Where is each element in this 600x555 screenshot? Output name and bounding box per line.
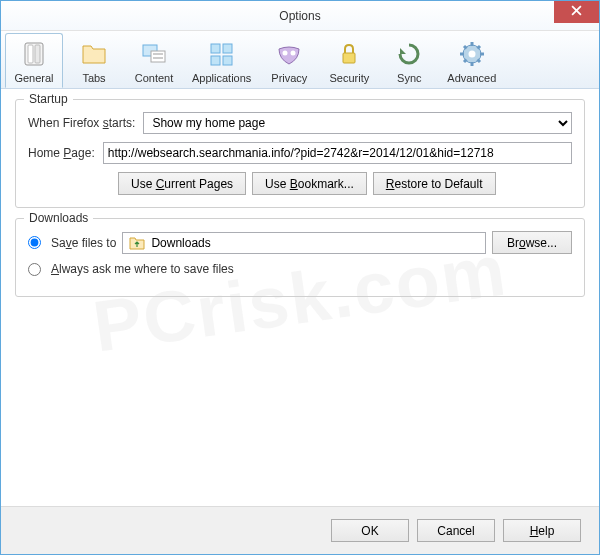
- tab-label: Advanced: [447, 72, 496, 84]
- svg-line-23: [464, 60, 467, 63]
- ok-button[interactable]: OK: [331, 519, 409, 542]
- applications-icon: [206, 38, 238, 70]
- tab-security[interactable]: Security: [320, 33, 378, 88]
- sync-icon: [393, 38, 425, 70]
- svg-rect-5: [153, 53, 163, 55]
- svg-rect-7: [211, 44, 220, 53]
- titlebar: Options: [1, 1, 599, 31]
- content-icon: [138, 38, 170, 70]
- downloads-group: Downloads Save files to Downloads Browse…: [15, 218, 585, 297]
- svg-rect-9: [211, 56, 220, 65]
- startup-group: Startup When Firefox starts: Show my hom…: [15, 99, 585, 208]
- svg-line-20: [464, 46, 467, 49]
- dialog-footer: OK Cancel Help: [1, 506, 599, 554]
- tab-applications[interactable]: Applications: [185, 33, 258, 88]
- tab-label: Security: [329, 72, 369, 84]
- mask-icon: [273, 38, 305, 70]
- svg-point-15: [468, 51, 475, 58]
- downloads-title: Downloads: [24, 211, 93, 225]
- category-toolbar: General Tabs Content Applications Privac…: [1, 31, 599, 89]
- cancel-button[interactable]: Cancel: [417, 519, 495, 542]
- svg-rect-10: [223, 56, 232, 65]
- use-bookmark-button[interactable]: Use Bookmark...: [252, 172, 367, 195]
- svg-point-12: [291, 51, 296, 56]
- options-window: Options General Tabs Content: [0, 0, 600, 555]
- download-path-box[interactable]: Downloads: [122, 232, 486, 254]
- tab-tabs[interactable]: Tabs: [65, 33, 123, 88]
- tab-content[interactable]: Content: [125, 33, 183, 88]
- tab-label: Sync: [397, 72, 421, 84]
- download-path-text: Downloads: [151, 236, 210, 250]
- svg-line-21: [477, 60, 480, 63]
- lock-icon: [333, 38, 365, 70]
- save-files-to-radio[interactable]: [28, 236, 41, 249]
- svg-line-22: [477, 46, 480, 49]
- svg-rect-8: [223, 44, 232, 53]
- folder-icon: [78, 38, 110, 70]
- tab-general[interactable]: General: [5, 33, 63, 88]
- tab-privacy[interactable]: Privacy: [260, 33, 318, 88]
- gear-icon: [456, 38, 488, 70]
- tab-label: Privacy: [271, 72, 307, 84]
- content-area: PCrisk.com Startup When Firefox starts: …: [1, 89, 599, 506]
- browse-button[interactable]: Browse...: [492, 231, 572, 254]
- homepage-input[interactable]: [103, 142, 572, 164]
- svg-rect-2: [35, 45, 40, 63]
- close-icon: [571, 5, 582, 19]
- close-button[interactable]: [554, 1, 599, 23]
- svg-rect-4: [151, 51, 165, 62]
- svg-rect-13: [343, 53, 355, 63]
- tab-label: Applications: [192, 72, 251, 84]
- svg-rect-1: [28, 45, 33, 63]
- restore-default-button[interactable]: Restore to Default: [373, 172, 496, 195]
- folder-small-icon: [129, 236, 145, 250]
- window-title: Options: [279, 9, 320, 23]
- startup-title: Startup: [24, 92, 73, 106]
- save-files-to-label: Save files to: [51, 236, 116, 250]
- when-firefox-starts-label: When Firefox starts:: [28, 116, 135, 130]
- tab-label: Tabs: [82, 72, 105, 84]
- svg-rect-6: [153, 57, 163, 59]
- help-button[interactable]: Help: [503, 519, 581, 542]
- tab-advanced[interactable]: Advanced: [440, 33, 503, 88]
- tab-label: General: [14, 72, 53, 84]
- tab-label: Content: [135, 72, 174, 84]
- tab-sync[interactable]: Sync: [380, 33, 438, 88]
- switch-icon: [18, 38, 50, 70]
- homepage-label: Home Page:: [28, 146, 95, 160]
- always-ask-label: Always ask me where to save files: [51, 262, 234, 276]
- svg-point-11: [283, 51, 288, 56]
- use-current-pages-button[interactable]: Use Current Pages: [118, 172, 246, 195]
- startup-action-select[interactable]: Show my home page: [143, 112, 572, 134]
- always-ask-radio[interactable]: [28, 263, 41, 276]
